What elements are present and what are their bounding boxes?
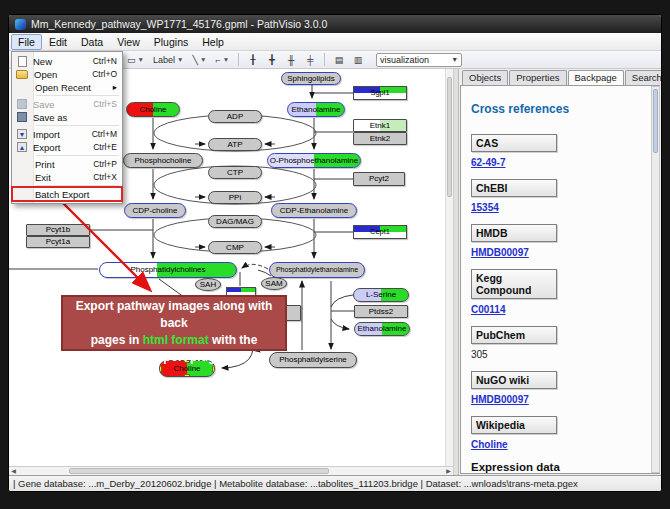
file-menu-item-exit[interactable]: ExitCtrl+X [13,171,121,183]
distribute-horizontal-icon[interactable]: ╫ [283,52,299,67]
xref-section-cas: CAS62-49-7 [471,134,645,168]
chevron-down-icon[interactable]: ▼ [223,56,229,63]
xref-link[interactable]: HMDB00097 [471,394,529,405]
file-menu-item-save[interactable]: SaveCtrl+S [13,98,121,110]
file-menu-item-import[interactable]: ▼ImportCtrl+M [13,128,121,140]
menu-file[interactable]: File [11,34,42,50]
node-phosphocholine[interactable]: Phosphocholine [123,153,203,168]
file-menu-item-open-recent[interactable]: Open Recent▸ [13,81,121,93]
file-menu-item-export[interactable]: ▲ExportCtrl+E [13,141,121,153]
menu-data[interactable]: Data [74,34,110,50]
menu-separator [36,185,119,186]
datanode-tool-icon[interactable]: ▭▼ [124,52,147,67]
selection-handle[interactable] [159,366,162,372]
node-cdp-ethanolamine[interactable]: CDP-Ethanolamine [271,203,357,218]
node-dag-mag[interactable]: DAG/MAG [208,215,262,228]
file-menu-item-open[interactable]: OpenCtrl+O [13,68,121,80]
node-ethanolamine[interactable]: Ethanolamine [354,322,410,336]
node-cmp[interactable]: CMP [208,241,262,254]
node-adp[interactable]: ADP [208,110,262,123]
line-tool-icon[interactable]: ╲▼ [190,52,210,67]
xref-link[interactable]: 15354 [471,202,499,213]
align-center-icon[interactable]: ╂ [245,52,261,67]
file-menu-item-label: Import [33,129,88,140]
node-sah[interactable]: SAH [195,278,221,291]
align-middle-icon[interactable]: ╋ [264,52,280,67]
node-phosphatidylethanolamine[interactable]: Phosphatidylethanolamine [269,262,365,278]
label-tool-button[interactable]: Label▼ [150,52,186,67]
xref-section-wikipedia: WikipediaCholine [471,416,645,450]
node-ctp[interactable]: CTP [208,166,262,179]
panel-scrollbar[interactable] [651,86,660,473]
visualization-combo[interactable]: visualization ▼ [376,53,462,67]
file-menu-item-label: Export [33,142,89,153]
stack-horizontal-icon-glyph: ▥ [354,55,363,65]
connector-tool-icon[interactable]: ⌐▼ [212,52,232,67]
scrollbar-thumb[interactable] [69,468,329,474]
file-menu-item-save-as[interactable]: Save as [13,111,121,123]
menu-shortcut: Ctrl+O [92,69,117,79]
node-phosphatidylcholines[interactable]: Phosphatidylcholines [99,262,237,278]
file-menu-item-batch-export[interactable]: Batch Export [13,188,121,200]
annotation-callout: Export pathway images along with back pa… [61,295,287,351]
scrollbar-thumb[interactable] [653,89,658,153]
toolbar-separator [324,53,325,66]
scroll-left-icon[interactable]: ◀ [9,467,18,475]
node-ppi[interactable]: PPi [208,191,262,204]
file-menu-item-label: Open [34,69,88,80]
xref-source-header: HMDB [471,224,557,242]
blank-icon [16,82,29,92]
tab-properties[interactable]: Properties [509,70,566,85]
stack-vertical-icon[interactable]: ▤ [331,52,347,67]
distribute-vertical-icon[interactable]: ╪ [302,52,318,67]
menu-help[interactable]: Help [195,34,231,50]
node-cept1[interactable]: Cept1 [353,225,407,239]
menu-shortcut: Ctrl+S [93,99,117,109]
xref-section-nugo-wiki: NuGO wikiHMDB00097 [471,371,645,405]
selection-handle[interactable] [159,374,162,377]
menu-plugins[interactable]: Plugins [147,34,195,50]
node-sgpl1[interactable]: Sgpl1 [353,86,407,100]
node-sam[interactable]: SAM [261,277,287,290]
menu-edit[interactable]: Edit [42,34,74,50]
node-pcyt1a[interactable]: Pcyt1a [26,236,90,248]
node-etnk2[interactable]: Etnk2 [353,132,407,145]
node-atp[interactable]: ATP [208,138,262,151]
node-pcyt2[interactable]: Pcyt2 [353,172,405,186]
canvas-horizontal-scrollbar[interactable]: ◀ ▶ [9,466,453,475]
node-l-serine[interactable]: L-Serine [353,288,409,302]
title-bar: Mm_Kennedy_pathway_WP1771_45176.gpml - P… [9,15,661,33]
xref-link[interactable]: Choline [471,439,508,450]
chevron-down-icon[interactable]: ▼ [177,56,183,63]
xref-link[interactable]: HMDB00097 [471,247,529,258]
file-menu-item-print[interactable]: PrintCtrl+P [13,158,121,170]
xref-link[interactable]: 62-49-7 [471,157,505,168]
file-menu-item-new[interactable]: NewCtrl+N [13,55,121,67]
tab-backpage[interactable]: Backpage [568,70,624,86]
node-ethanolamine[interactable]: Ethanolamine [287,102,345,117]
scroll-right-icon[interactable]: ▶ [444,467,453,475]
selection-handle[interactable] [212,366,215,372]
menu-view[interactable]: View [110,34,147,50]
backpage-panel: Cross references CAS62-49-7ChEBI15354HMD… [460,85,660,474]
tab-search[interactable]: Search [625,70,662,85]
blank-icon [16,172,29,182]
node-pcyt1b[interactable]: Pcyt1b [26,224,90,236]
chevron-down-icon[interactable]: ▼ [200,56,206,63]
xref-sections: CAS62-49-7ChEBI15354HMDBHMDB00097Kegg Co… [471,134,645,450]
chevron-down-icon[interactable]: ▼ [138,56,144,63]
node-o-phosphoethanolamine[interactable]: O-Phosphoethanolamine [267,153,361,168]
xref-link[interactable]: C00114 [471,304,505,315]
node-choline[interactable]: Choline [126,102,180,117]
stack-horizontal-icon[interactable]: ▥ [350,52,366,67]
node-sphingolipids[interactable]: Sphingolipids [281,72,341,85]
selection-handle[interactable] [212,374,215,377]
xref-source-header: PubChem [471,326,557,344]
selection-handle[interactable] [184,374,190,377]
new-icon [18,56,27,67]
node-etnk1[interactable]: Etnk1 [353,119,407,132]
node-ptdss2[interactable]: Ptdss2 [354,305,408,318]
tab-objects[interactable]: Objects [462,70,508,85]
node-cdp-choline[interactable]: CDP-choline [124,203,186,218]
align-middle-icon-glyph: ╋ [269,55,274,65]
